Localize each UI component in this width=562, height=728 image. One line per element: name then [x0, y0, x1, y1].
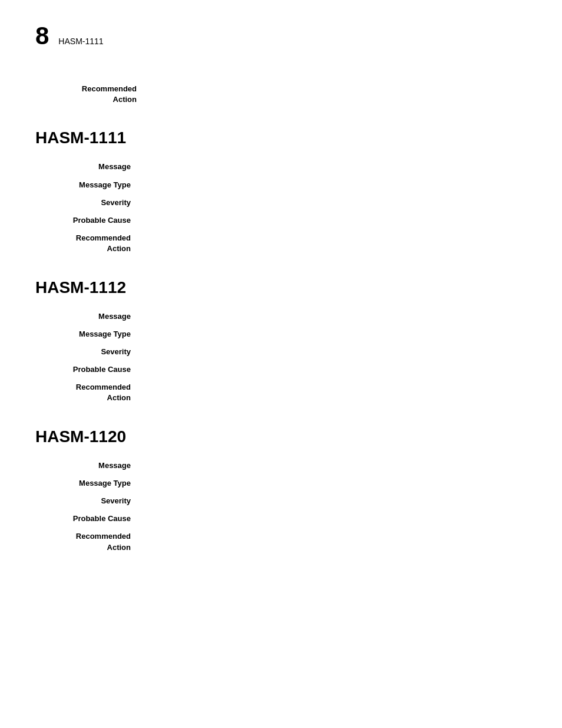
field-value-hasm-1111-3: [135, 215, 527, 226]
field-value-hasm-1120-0: [135, 460, 527, 471]
field-row-hasm-1120-4: Recommended Action: [35, 531, 527, 552]
field-value-hasm-1120-1: [135, 478, 527, 489]
entry-hasm-1120: HASM-1120MessageMessage TypeSeverityProb…: [35, 427, 527, 553]
field-row-hasm-1111-3: Probable Cause: [35, 215, 527, 226]
field-label-hasm-1120-2: Severity: [41, 496, 135, 506]
field-label-hasm-1111-4: Recommended Action: [41, 233, 135, 254]
field-row-hasm-1111-2: Severity: [35, 197, 527, 208]
field-value-hasm-1111-4: [135, 233, 527, 254]
field-value-hasm-1120-4: [135, 531, 527, 552]
field-label-hasm-1112-2: Severity: [41, 347, 135, 357]
field-row-hasm-1120-1: Message Type: [35, 478, 527, 489]
field-label-hasm-1120-1: Message Type: [41, 478, 135, 489]
field-label-hasm-1111-1: Message Type: [41, 180, 135, 190]
page-number: 8: [35, 24, 49, 48]
field-row-hasm-1112-2: Severity: [35, 347, 527, 357]
entry-hasm-1111: HASM-1111MessageMessage TypeSeverityProb…: [35, 129, 527, 254]
page-header: 8 HASM-1111: [35, 24, 527, 48]
page-doc-id: HASM-1111: [58, 37, 103, 46]
intro-recommended-action-row: Recommended Action: [41, 84, 527, 105]
field-row-hasm-1120-2: Severity: [35, 496, 527, 506]
field-value-hasm-1112-3: [135, 364, 527, 375]
field-label-hasm-1120-3: Probable Cause: [41, 513, 135, 524]
field-label-hasm-1112-3: Probable Cause: [41, 364, 135, 375]
field-row-hasm-1111-1: Message Type: [35, 180, 527, 190]
intro-section: Recommended Action: [35, 84, 527, 105]
field-label-hasm-1111-0: Message: [41, 162, 135, 172]
heading-hasm-1120: HASM-1120: [35, 427, 527, 446]
entry-hasm-1112: HASM-1112MessageMessage TypeSeverityProb…: [35, 278, 527, 404]
field-row-hasm-1112-4: Recommended Action: [35, 382, 527, 403]
field-row-hasm-1120-3: Probable Cause: [35, 513, 527, 524]
field-label-hasm-1112-1: Message Type: [41, 329, 135, 340]
field-row-hasm-1112-0: Message: [35, 311, 527, 322]
field-label-hasm-1112-4: Recommended Action: [41, 382, 135, 403]
field-value-hasm-1111-1: [135, 180, 527, 190]
field-value-hasm-1111-2: [135, 197, 527, 208]
field-label-hasm-1112-0: Message: [41, 311, 135, 322]
field-row-hasm-1112-1: Message Type: [35, 329, 527, 340]
field-row-hasm-1120-0: Message: [35, 460, 527, 471]
field-row-hasm-1111-0: Message: [35, 162, 527, 172]
field-label-hasm-1120-0: Message: [41, 460, 135, 471]
field-value-hasm-1120-2: [135, 496, 527, 506]
field-value-hasm-1111-0: [135, 162, 527, 172]
field-value-hasm-1112-0: [135, 311, 527, 322]
heading-hasm-1111: HASM-1111: [35, 129, 527, 147]
intro-recommended-action-value: [141, 84, 527, 105]
field-row-hasm-1111-4: Recommended Action: [35, 233, 527, 254]
field-value-hasm-1112-1: [135, 329, 527, 340]
heading-hasm-1112: HASM-1112: [35, 278, 527, 297]
field-row-hasm-1112-3: Probable Cause: [35, 364, 527, 375]
field-value-hasm-1112-2: [135, 347, 527, 357]
entries-container: HASM-1111MessageMessage TypeSeverityProb…: [35, 129, 527, 552]
field-value-hasm-1120-3: [135, 513, 527, 524]
intro-recommended-action-label: Recommended Action: [47, 84, 141, 105]
field-label-hasm-1111-2: Severity: [41, 197, 135, 208]
field-label-hasm-1120-4: Recommended Action: [41, 531, 135, 552]
field-value-hasm-1112-4: [135, 382, 527, 403]
field-label-hasm-1111-3: Probable Cause: [41, 215, 135, 226]
